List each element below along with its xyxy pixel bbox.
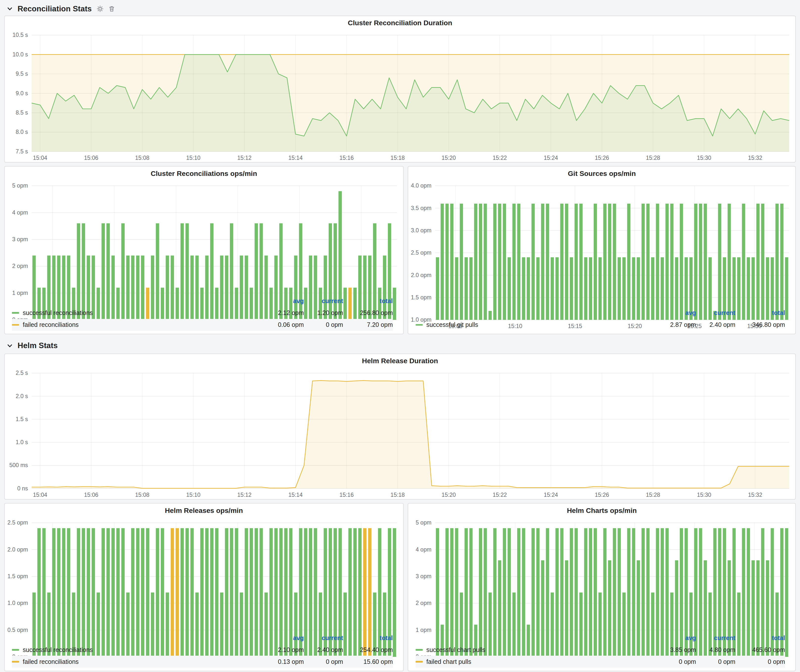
legend-series-name[interactable]: successful git pulls bbox=[416, 321, 657, 328]
legend-value: 0 opm bbox=[657, 658, 696, 665]
svg-text:15:18: 15:18 bbox=[390, 155, 405, 161]
svg-text:15:08: 15:08 bbox=[135, 492, 149, 498]
chart-legend: avgcurrenttotalsuccessful chart pulls3.8… bbox=[408, 631, 795, 671]
legend-sort-current[interactable]: current bbox=[304, 634, 343, 642]
legend-value: 0.06 opm bbox=[264, 321, 304, 328]
panel-title[interactable]: Git Sources ops/min bbox=[408, 166, 795, 180]
svg-text:15:16: 15:16 bbox=[339, 155, 354, 161]
panel-title[interactable]: Cluster Reconciliations ops/min bbox=[5, 166, 403, 180]
svg-text:3 opm: 3 opm bbox=[12, 236, 28, 242]
legend-sort-total[interactable]: total bbox=[343, 298, 393, 305]
legend-value: 2.40 opm bbox=[304, 646, 343, 653]
legend-row: successful reconciliations2.10 opm2.40 o… bbox=[12, 644, 393, 656]
legend-sort-avg[interactable]: avg bbox=[264, 634, 304, 642]
legend-row: successful reconciliations2.12 opm1.20 o… bbox=[12, 307, 393, 319]
svg-text:4 opm: 4 opm bbox=[416, 546, 432, 552]
chevron-down-icon[interactable] bbox=[7, 6, 13, 12]
series-color-swatch bbox=[416, 649, 423, 650]
legend-value: 0 opm bbox=[696, 658, 736, 665]
svg-text:15:20: 15:20 bbox=[442, 492, 456, 498]
legend-sort-avg[interactable]: avg bbox=[657, 309, 696, 317]
svg-text:7.5 s: 7.5 s bbox=[16, 148, 28, 155]
legend-series-name[interactable]: successful reconciliations bbox=[12, 309, 264, 317]
svg-text:3 opm: 3 opm bbox=[416, 573, 432, 579]
legend-row: successful git pulls2.87 opm2.40 opm346.… bbox=[416, 319, 785, 331]
svg-text:15:16: 15:16 bbox=[339, 492, 354, 498]
helm-releases-ops-chart[interactable]: 15:0515:1015:1515:2015:2515:300 opm0.5 o… bbox=[5, 518, 403, 631]
svg-text:4.0 opm: 4.0 opm bbox=[411, 182, 431, 189]
svg-text:1.0 opm: 1.0 opm bbox=[7, 600, 28, 606]
helm-charts-ops-chart[interactable]: 15:0515:1015:1515:2015:2515:300 opm1 opm… bbox=[408, 518, 795, 631]
svg-text:8.5 s: 8.5 s bbox=[16, 109, 28, 116]
legend-sort-avg[interactable]: avg bbox=[657, 634, 696, 642]
legend-sort-current[interactable]: current bbox=[696, 309, 736, 317]
legend-series-name[interactable]: successful reconciliations bbox=[12, 646, 264, 653]
legend-value: 1.20 opm bbox=[304, 309, 343, 317]
legend-series-name[interactable]: failed chart pulls bbox=[416, 658, 657, 665]
gear-icon[interactable] bbox=[96, 5, 104, 12]
legend-sort-current[interactable]: current bbox=[304, 298, 343, 305]
svg-text:15:06: 15:06 bbox=[84, 155, 98, 161]
panel-title[interactable]: Helm Charts ops/min bbox=[408, 504, 795, 517]
panel-helm-releases-ops: Helm Releases ops/min 15:0515:1015:1515:… bbox=[4, 503, 404, 671]
legend-value: 0.13 opm bbox=[264, 658, 304, 665]
svg-text:2 opm: 2 opm bbox=[12, 263, 28, 269]
cluster-reconciliations-ops-chart[interactable]: 15:0515:1015:1515:2015:2515:300 opm1 opm… bbox=[5, 181, 403, 294]
cluster-reconciliation-duration-chart[interactable]: 15:0415:0615:0815:1015:1215:1415:1615:18… bbox=[5, 30, 795, 162]
legend-value: 3.85 opm bbox=[657, 646, 696, 653]
svg-text:10.0 s: 10.0 s bbox=[12, 51, 28, 58]
panel-helm-charts-ops: Helm Charts ops/min 15:0515:1015:1515:20… bbox=[408, 503, 796, 671]
svg-text:1.5 opm: 1.5 opm bbox=[7, 573, 28, 579]
svg-text:15:30: 15:30 bbox=[697, 155, 711, 161]
svg-text:1.5 opm: 1.5 opm bbox=[411, 294, 431, 301]
section-header-helm-stats[interactable]: Helm Stats bbox=[0, 338, 800, 354]
legend-series-name[interactable]: failed reconciliations bbox=[12, 658, 264, 665]
legend-value: 15.60 opm bbox=[343, 658, 393, 665]
svg-text:3.0 opm: 3.0 opm bbox=[411, 227, 431, 234]
legend-value: 0 opm bbox=[304, 321, 343, 328]
svg-text:2.5 s: 2.5 s bbox=[16, 370, 28, 376]
series-color-swatch bbox=[12, 649, 19, 650]
panel-title[interactable]: Helm Release Duration bbox=[5, 354, 795, 368]
series-color-swatch bbox=[12, 312, 19, 314]
helm-release-duration-chart[interactable]: 15:0415:0615:0815:1015:1215:1415:1615:18… bbox=[5, 368, 795, 499]
svg-text:15:14: 15:14 bbox=[288, 492, 302, 498]
svg-text:9.5 s: 9.5 s bbox=[16, 70, 28, 77]
legend-row: failed reconciliations0.06 opm0 opm7.20 … bbox=[12, 319, 393, 331]
legend-sort-total[interactable]: total bbox=[736, 634, 785, 642]
svg-text:5 opm: 5 opm bbox=[416, 519, 432, 526]
svg-text:15:28: 15:28 bbox=[646, 492, 660, 498]
svg-text:15:28: 15:28 bbox=[646, 155, 660, 161]
svg-text:15:24: 15:24 bbox=[544, 492, 558, 498]
chart-legend: avgcurrenttotalsuccessful reconciliation… bbox=[5, 631, 403, 671]
svg-text:15:26: 15:26 bbox=[595, 155, 609, 161]
legend-sort-total[interactable]: total bbox=[343, 634, 393, 642]
legend-sort-avg[interactable]: avg bbox=[264, 298, 304, 305]
panel-cluster-reconciliation-duration: Cluster Reconciliation Duration 15:0415:… bbox=[4, 16, 796, 163]
chevron-down-icon[interactable] bbox=[7, 343, 13, 349]
panel-git-sources-ops: Git Sources ops/min 15:0515:1015:1515:20… bbox=[408, 166, 796, 334]
svg-text:1.0 s: 1.0 s bbox=[16, 439, 28, 445]
svg-text:4 opm: 4 opm bbox=[12, 209, 28, 216]
legend-value: 346.80 opm bbox=[736, 321, 785, 328]
chart-legend: avgcurrenttotalsuccessful git pulls2.87 … bbox=[408, 306, 795, 334]
svg-text:15:04: 15:04 bbox=[33, 492, 47, 498]
legend-sort-current[interactable]: current bbox=[696, 634, 736, 642]
panel-title[interactable]: Helm Releases ops/min bbox=[5, 504, 403, 517]
svg-text:15:18: 15:18 bbox=[390, 492, 405, 498]
legend-value: 4.80 opm bbox=[696, 646, 736, 653]
svg-text:15:12: 15:12 bbox=[237, 155, 251, 161]
svg-text:5 opm: 5 opm bbox=[12, 182, 28, 189]
panel-title[interactable]: Cluster Reconciliation Duration bbox=[5, 16, 795, 30]
section-title[interactable]: Reconciliation Stats bbox=[18, 5, 92, 13]
legend-sort-total[interactable]: total bbox=[736, 309, 785, 317]
legend-series-name[interactable]: failed reconciliations bbox=[12, 321, 264, 328]
section-header-reconciliation-stats[interactable]: Reconciliation Stats bbox=[0, 2, 800, 15]
series-color-swatch bbox=[12, 324, 19, 326]
git-sources-ops-chart[interactable]: 15:0515:1015:1515:2015:2515:301.0 opm1.5… bbox=[408, 181, 795, 307]
trash-icon[interactable] bbox=[108, 5, 115, 12]
section-title[interactable]: Helm Stats bbox=[18, 341, 58, 350]
svg-text:15:30: 15:30 bbox=[697, 492, 711, 498]
legend-value: 2.12 opm bbox=[264, 309, 304, 317]
legend-series-name[interactable]: successful chart pulls bbox=[416, 646, 657, 653]
